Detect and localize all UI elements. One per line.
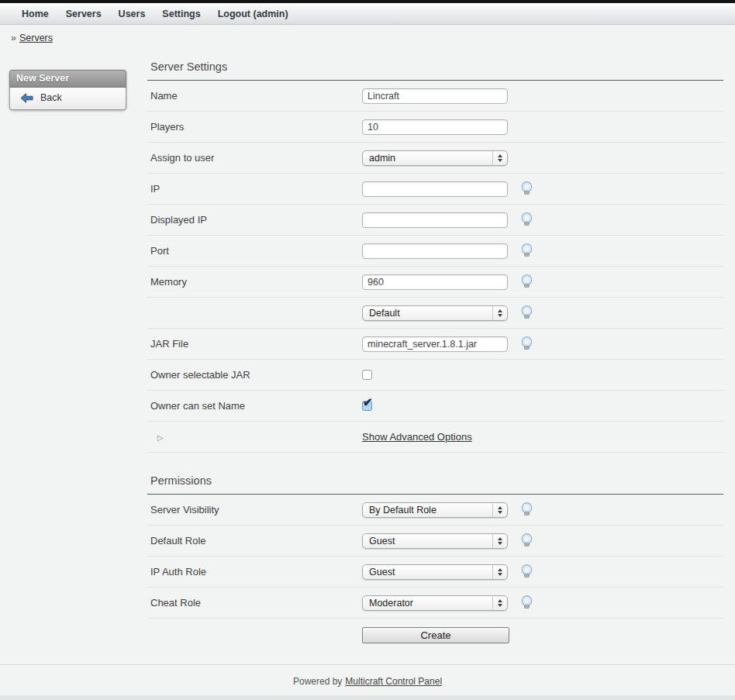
nav-item-users[interactable]: Users (119, 9, 146, 19)
create-button[interactable]: Create (362, 627, 509, 643)
help-bulb-icon[interactable] (521, 181, 533, 196)
assign-to-user-row: Assign to user admin (147, 143, 723, 174)
back-arrow-icon (20, 93, 33, 103)
help-bulb-icon[interactable] (521, 212, 533, 227)
port-input[interactable] (362, 243, 508, 259)
owner-selectable-jar-label: Owner selectable JAR (150, 369, 362, 381)
sidebar-title: New Server (9, 70, 126, 88)
default-role-row: Default Role Guest (147, 526, 723, 557)
players-row: Players (147, 112, 723, 143)
select-arrows-icon (492, 596, 507, 610)
ip-auth-role-label: IP Auth Role (150, 566, 362, 578)
jar-file-label: JAR File (150, 338, 362, 350)
sidebar-body: Back (9, 88, 126, 110)
help-bulb-icon[interactable] (521, 243, 533, 258)
nav-item-logout[interactable]: Logout (admin) (218, 9, 288, 19)
memory-label: Memory (150, 276, 362, 288)
memory-row: Memory (147, 267, 723, 298)
server-visibility-row: Server Visibility By Default Role (147, 495, 723, 526)
expand-triangle-icon[interactable]: ▷ (150, 433, 164, 442)
owner-selectable-jar-row: Owner selectable JAR ✔ (147, 360, 723, 391)
assign-to-user-select[interactable]: admin (362, 150, 508, 166)
cheat-role-select[interactable]: Moderator (362, 595, 508, 611)
bottom-strip (0, 695, 735, 700)
server-visibility-label: Server Visibility (150, 504, 362, 516)
default-role-label: Default Role (150, 535, 362, 547)
select-arrows-icon (492, 503, 507, 517)
check-mark: ✔ (363, 396, 373, 408)
select-value: Guest (363, 567, 395, 578)
help-bulb-icon[interactable] (521, 336, 533, 351)
displayed-ip-row: Displayed IP (147, 205, 723, 236)
server-visibility-select[interactable]: By Default Role (362, 502, 508, 518)
owner-can-set-name-checkbox[interactable]: ✔ (362, 401, 372, 411)
owner-can-set-name-label: Owner can set Name (150, 400, 362, 412)
nav-item-home[interactable]: Home (22, 9, 49, 19)
select-value: Guest (363, 536, 395, 547)
help-bulb-icon[interactable] (521, 595, 533, 610)
main-form: Server Settings Name Players Assign to u… (147, 60, 723, 653)
nav-item-servers[interactable]: Servers (66, 9, 102, 19)
page-footer: Powered byMulticraft Control Panel (0, 664, 735, 687)
ip-auth-role-row: IP Auth Role Guest (147, 557, 723, 588)
jar-file-row: JAR File (147, 329, 723, 360)
displayed-ip-label: Displayed IP (150, 214, 362, 226)
server-settings-title: Server Settings (150, 60, 723, 73)
select-arrows-icon (492, 151, 507, 165)
help-bulb-icon[interactable] (521, 502, 533, 517)
assign-to-user-label: Assign to user (150, 152, 362, 164)
name-input[interactable] (362, 88, 508, 104)
ip-label: IP (150, 183, 362, 195)
help-bulb-icon[interactable] (521, 533, 533, 548)
breadcrumb-marker: » (11, 33, 16, 43)
players-label: Players (150, 121, 362, 133)
breadcrumb-servers-link[interactable]: Servers (19, 33, 53, 43)
nav-item-settings[interactable]: Settings (162, 9, 200, 19)
advanced-options-row: ▷ Show Advanced Options (147, 422, 723, 453)
select-arrows-icon (492, 534, 507, 548)
help-bulb-icon[interactable] (521, 274, 533, 289)
breadcrumb: »Servers (0, 25, 735, 45)
ip-row: IP (147, 174, 723, 205)
jar-file-input[interactable] (362, 336, 508, 352)
multicraft-link[interactable]: Multicraft Control Panel (345, 676, 442, 687)
displayed-ip-input[interactable] (362, 212, 508, 228)
default-role-select[interactable]: Guest (362, 533, 508, 549)
main-navbar: Home Servers Users Settings Logout (admi… (0, 3, 735, 25)
back-button[interactable]: Back (16, 92, 119, 103)
memory-preset-select[interactable]: Default (362, 305, 508, 321)
permissions-title: Permissions (150, 474, 723, 487)
owner-selectable-jar-checkbox[interactable]: ✔ (362, 370, 372, 380)
select-value: Default (363, 308, 400, 319)
select-arrows-icon (492, 565, 507, 579)
footer-text: Powered by (293, 676, 342, 687)
players-input[interactable] (362, 119, 508, 135)
cheat-role-row: Cheat Role Moderator (147, 588, 723, 619)
select-value: By Default Role (363, 505, 437, 516)
ip-auth-role-select[interactable]: Guest (362, 564, 508, 580)
owner-can-set-name-row: Owner can set Name ✔ (147, 391, 723, 422)
name-row: Name (147, 81, 723, 112)
help-bulb-icon[interactable] (521, 305, 533, 320)
select-value: admin (363, 153, 395, 164)
sidebar-panel: New Server Back (9, 70, 126, 110)
port-row: Port (147, 236, 723, 267)
help-bulb-icon[interactable] (521, 564, 533, 579)
create-row: Create (147, 619, 723, 653)
cheat-role-label: Cheat Role (150, 597, 362, 609)
select-arrows-icon (492, 306, 507, 320)
ip-input[interactable] (362, 181, 508, 197)
show-advanced-options-link[interactable]: Show Advanced Options (362, 431, 472, 443)
name-label: Name (150, 90, 362, 102)
port-label: Port (150, 245, 362, 257)
memory-input[interactable] (362, 274, 508, 290)
select-value: Moderator (363, 598, 413, 609)
memory-preset-row: Default (147, 298, 723, 329)
back-label: Back (40, 92, 62, 103)
